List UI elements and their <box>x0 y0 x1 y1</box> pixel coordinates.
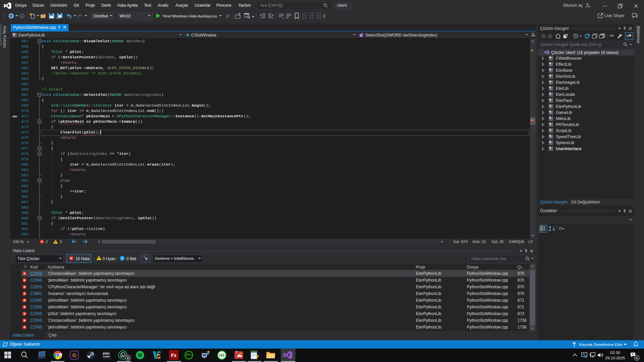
svg-text:Fz: Fz <box>171 352 177 358</box>
svg-text:HS: HS <box>219 353 224 357</box>
svg-text:GAMES: GAMES <box>103 356 110 358</box>
svg-text:EPIC: EPIC <box>103 352 110 355</box>
svg-text:32: 32 <box>235 351 238 353</box>
svg-text:G: G <box>72 352 76 358</box>
